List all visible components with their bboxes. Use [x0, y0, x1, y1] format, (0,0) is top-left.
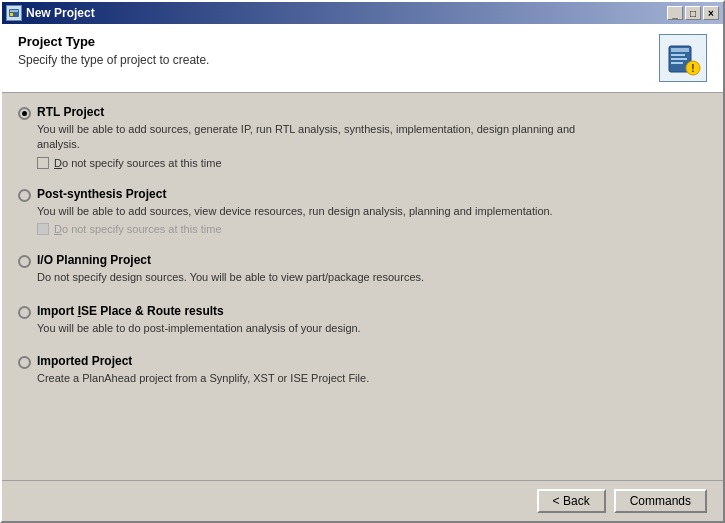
option-imported-group: Imported Project Create a PlanAhead proj… — [18, 354, 707, 386]
commands-button[interactable]: Commands — [614, 489, 707, 513]
svg-rect-8 — [671, 62, 683, 64]
option-imported-radio[interactable] — [18, 356, 31, 369]
option-rtl-row[interactable]: RTL Project — [18, 105, 707, 120]
window-title: New Project — [26, 6, 667, 20]
svg-rect-5 — [671, 48, 689, 52]
main-window: New Project _ □ × Project Type Specify t… — [0, 0, 725, 523]
close-button[interactable]: × — [703, 6, 719, 20]
option-import-ise-row[interactable]: Import ISE Place & Route results — [18, 304, 707, 319]
window-body: Project Type Specify the type of project… — [2, 24, 723, 521]
option-import-ise-radio[interactable] — [18, 306, 31, 319]
option-rtl-label: RTL Project — [37, 105, 104, 119]
header-title: Project Type — [18, 34, 647, 49]
svg-rect-7 — [671, 58, 687, 60]
option-post-synthesis-row[interactable]: Post-synthesis Project — [18, 187, 707, 202]
minimize-button[interactable]: _ — [667, 6, 683, 20]
header-text-block: Project Type Specify the type of project… — [18, 34, 647, 67]
option-post-synthesis-label: Post-synthesis Project — [37, 187, 166, 201]
title-bar: New Project _ □ × — [2, 2, 723, 24]
option-rtl-desc: You will be able to add sources, generat… — [37, 122, 707, 153]
option-imported-label: Imported Project — [37, 354, 132, 368]
svg-rect-3 — [15, 13, 18, 16]
option-imported-desc: Create a PlanAhead project from a Synpli… — [37, 371, 707, 386]
option-io-planning-row[interactable]: I/O Planning Project — [18, 253, 707, 268]
content-area: RTL Project You will be able to add sour… — [2, 93, 723, 480]
option-io-planning-label: I/O Planning Project — [37, 253, 151, 267]
svg-rect-2 — [10, 13, 13, 16]
option-post-synthesis-group: Post-synthesis Project You will be able … — [18, 187, 707, 235]
svg-rect-1 — [10, 10, 18, 12]
option-rtl-group: RTL Project You will be able to add sour… — [18, 105, 707, 169]
option-import-ise-desc: You will be able to do post-implementati… — [37, 321, 707, 336]
option-io-planning-desc: Do not specify design sources. You will … — [37, 270, 707, 285]
option-io-planning-radio[interactable] — [18, 255, 31, 268]
rtl-checkbox[interactable] — [37, 157, 49, 169]
project-type-icon: ! — [659, 34, 707, 82]
header-section: Project Type Specify the type of project… — [2, 24, 723, 93]
svg-text:!: ! — [691, 63, 694, 74]
option-import-ise-label: Import ISE Place & Route results — [37, 304, 224, 318]
title-bar-buttons: _ □ × — [667, 6, 719, 20]
footer: < Back Commands — [2, 480, 723, 521]
back-button[interactable]: < Back — [537, 489, 606, 513]
option-io-planning-group: I/O Planning Project Do not specify desi… — [18, 253, 707, 285]
header-subtitle: Specify the type of project to create. — [18, 53, 647, 67]
option-post-synthesis-checkbox-row: Do not specify sources at this time — [37, 223, 707, 235]
svg-rect-6 — [671, 54, 685, 56]
post-synthesis-checkbox-label: Do not specify sources at this time — [54, 223, 222, 235]
post-synthesis-checkbox — [37, 223, 49, 235]
option-import-ise-group: Import ISE Place & Route results You wil… — [18, 304, 707, 336]
option-post-synthesis-desc: You will be able to add sources, view de… — [37, 204, 707, 219]
option-rtl-radio[interactable] — [18, 107, 31, 120]
maximize-button[interactable]: □ — [685, 6, 701, 20]
option-post-synthesis-radio[interactable] — [18, 189, 31, 202]
title-bar-icon — [6, 5, 22, 21]
option-rtl-checkbox-row[interactable]: Do not specify sources at this time — [37, 157, 707, 169]
option-imported-row[interactable]: Imported Project — [18, 354, 707, 369]
rtl-checkbox-label: Do not specify sources at this time — [54, 157, 222, 169]
